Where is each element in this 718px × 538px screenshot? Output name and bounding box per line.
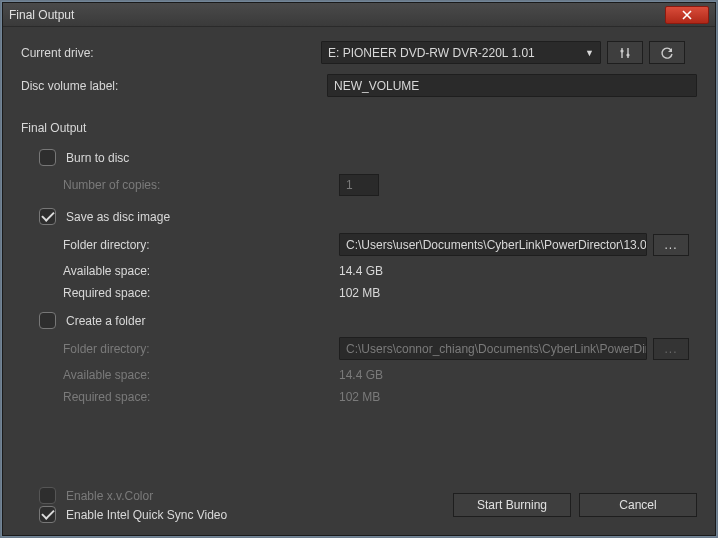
close-icon (682, 10, 692, 20)
qsv-checkbox[interactable] (39, 506, 56, 523)
save-folder-label: Folder directory: (63, 238, 339, 252)
cf-available-row: Available space: 14.4 GB (63, 368, 697, 382)
qsv-label: Enable Intel Quick Sync Video (66, 508, 227, 522)
save-available-row: Available space: 14.4 GB (63, 264, 697, 278)
create-folder-checkbox[interactable] (39, 312, 56, 329)
xvcolor-label: Enable x.v.Color (66, 489, 153, 503)
xvcolor-checkbox (39, 487, 56, 504)
sliders-icon (618, 46, 632, 60)
cf-available-label: Available space: (63, 368, 339, 382)
save-available-value: 14.4 GB (339, 264, 383, 278)
svg-point-1 (626, 53, 629, 56)
cf-required-value: 102 MB (339, 390, 380, 404)
chevron-down-icon: ▼ (585, 48, 594, 58)
burn-to-disc-row: Burn to disc (39, 149, 697, 166)
save-image-row: Save as disc image (39, 208, 697, 225)
copies-label: Number of copies: (63, 178, 339, 192)
volume-label-input[interactable]: NEW_VOLUME (327, 74, 697, 97)
cf-folder-browse-button: ... (653, 338, 689, 360)
create-folder-row: Create a folder (39, 312, 697, 329)
cf-folder-label: Folder directory: (63, 342, 339, 356)
refresh-drive-button[interactable] (649, 41, 685, 64)
cancel-button[interactable]: Cancel (579, 493, 697, 517)
xvcolor-row: Enable x.v.Color (39, 487, 445, 504)
save-folder-browse-button[interactable]: ... (653, 234, 689, 256)
volume-label-row: Disc volume label: NEW_VOLUME (21, 74, 697, 97)
final-output-window: Final Output Current drive: E: PIONEER D… (2, 2, 716, 536)
svg-point-0 (620, 49, 623, 52)
content-area: Current drive: E: PIONEER DVD-RW DVR-220… (3, 27, 715, 535)
cf-folder-input: C:\Users\connor_chiang\Documents\CyberLi… (339, 337, 647, 360)
cf-required-label: Required space: (63, 390, 339, 404)
titlebar: Final Output (3, 3, 715, 27)
window-title: Final Output (9, 8, 665, 22)
save-required-row: Required space: 102 MB (63, 286, 697, 300)
refresh-icon (660, 46, 674, 60)
save-available-label: Available space: (63, 264, 339, 278)
cf-folder-row: Folder directory: C:\Users\connor_chiang… (63, 337, 697, 360)
current-drive-label: Current drive: (21, 46, 321, 60)
save-folder-row: Folder directory: C:\Users\user\Document… (63, 233, 697, 256)
drive-select[interactable]: E: PIONEER DVD-RW DVR-220L 1.01 ▼ (321, 41, 601, 64)
burn-to-disc-label: Burn to disc (66, 151, 129, 165)
cf-required-row: Required space: 102 MB (63, 390, 697, 404)
save-required-value: 102 MB (339, 286, 380, 300)
save-image-label: Save as disc image (66, 210, 170, 224)
create-folder-label: Create a folder (66, 314, 145, 328)
save-required-label: Required space: (63, 286, 339, 300)
current-drive-row: Current drive: E: PIONEER DVD-RW DVR-220… (21, 41, 697, 64)
drive-settings-button[interactable] (607, 41, 643, 64)
copies-row: Number of copies: 1 (63, 174, 697, 196)
section-title: Final Output (21, 121, 697, 135)
cf-available-value: 14.4 GB (339, 368, 383, 382)
volume-label-label: Disc volume label: (21, 79, 297, 93)
save-image-checkbox[interactable] (39, 208, 56, 225)
copies-input: 1 (339, 174, 379, 196)
start-burning-button[interactable]: Start Burning (453, 493, 571, 517)
drive-select-value: E: PIONEER DVD-RW DVR-220L 1.01 (328, 46, 535, 60)
close-button[interactable] (665, 6, 709, 24)
footer: Enable x.v.Color Enable Intel Quick Sync… (21, 477, 697, 525)
save-folder-input[interactable]: C:\Users\user\Documents\CyberLink\PowerD… (339, 233, 647, 256)
qsv-row: Enable Intel Quick Sync Video (39, 506, 445, 523)
burn-to-disc-checkbox[interactable] (39, 149, 56, 166)
